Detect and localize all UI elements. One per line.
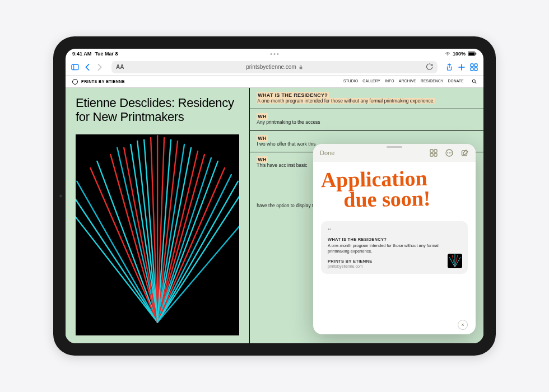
compose-icon[interactable] bbox=[461, 149, 469, 157]
article-left-column: Etienne Desclides: Residency for New Pri… bbox=[66, 88, 249, 343]
screen: 9:41 AM Tue Mar 8 100% bbox=[66, 49, 483, 343]
faq-body: A one-month program intended for those w… bbox=[257, 98, 435, 104]
clip-title: WHAT IS THE RESIDENCY? bbox=[328, 237, 461, 242]
nav-gallery[interactable]: GALLERY bbox=[362, 79, 380, 84]
svg-rect-5 bbox=[299, 67, 302, 69]
nav-studio[interactable]: STUDIO bbox=[343, 79, 358, 84]
nav-archive[interactable]: ARCHIVE bbox=[399, 79, 416, 84]
faq-section: WH Any printmaking to the access bbox=[250, 109, 483, 130]
status-bar: 9:41 AM Tue Mar 8 100% bbox=[66, 49, 483, 59]
tabs-overview-button[interactable] bbox=[470, 63, 478, 71]
safari-link-icon[interactable] bbox=[458, 320, 468, 330]
handwriting-line-2: due soon! bbox=[343, 188, 468, 210]
article-headline: Etienne Desclides: Residency for New Pri… bbox=[76, 96, 239, 124]
quote-mark-icon: “ bbox=[328, 227, 461, 236]
site-logo-icon[interactable] bbox=[72, 79, 78, 85]
battery-icon bbox=[468, 52, 477, 56]
drag-handle[interactable] bbox=[387, 146, 402, 148]
svg-point-10 bbox=[472, 80, 475, 82]
faq-body: Any printmaking to the access bbox=[257, 119, 477, 125]
search-icon[interactable] bbox=[472, 79, 477, 84]
safari-toolbar: AA printsbyetienne.com bbox=[66, 59, 483, 76]
url-text: printsbyetienne.com bbox=[246, 64, 296, 70]
new-tab-button[interactable] bbox=[458, 63, 466, 71]
quick-note-body[interactable]: Application due soon! “ WHAT IS THE RESI… bbox=[313, 162, 476, 319]
nav-info[interactable]: INFO bbox=[385, 79, 394, 84]
reader-aa-button[interactable]: AA bbox=[116, 64, 124, 70]
svg-rect-2 bbox=[476, 53, 476, 54]
svg-rect-1 bbox=[468, 52, 474, 55]
quick-note-panel[interactable]: Done Application due soon! “ WHAT IS THE bbox=[313, 144, 476, 334]
svg-rect-8 bbox=[471, 68, 473, 71]
webpage-content: PRINTS BY ETIENNE STUDIO GALLERY INFO AR… bbox=[66, 76, 483, 343]
reload-button[interactable] bbox=[426, 63, 433, 71]
clip-thumbnail bbox=[448, 254, 462, 268]
more-icon[interactable] bbox=[445, 149, 453, 157]
status-time: 9:41 AM bbox=[72, 51, 91, 57]
svg-rect-42 bbox=[430, 153, 433, 156]
svg-line-11 bbox=[475, 82, 476, 83]
svg-point-45 bbox=[447, 152, 448, 153]
site-header: PRINTS BY ETIENNE STUDIO GALLERY INFO AR… bbox=[66, 76, 483, 88]
ipad-device-frame: 9:41 AM Tue Mar 8 100% bbox=[53, 36, 496, 356]
svg-point-46 bbox=[449, 152, 450, 153]
svg-rect-6 bbox=[471, 64, 473, 67]
clip-body: A one-month program intended for those w… bbox=[328, 243, 461, 254]
battery-percent: 100% bbox=[453, 51, 466, 57]
clip-domain: printsbyetienne.com bbox=[328, 264, 461, 268]
status-date: Tue Mar 8 bbox=[95, 51, 118, 57]
address-bar[interactable]: AA printsbyetienne.com bbox=[111, 61, 438, 73]
artwork-image bbox=[76, 134, 239, 335]
handwritten-note: Application due soon! bbox=[320, 167, 468, 211]
sidebar-toggle-button[interactable] bbox=[71, 63, 79, 71]
site-nav: STUDIO GALLERY INFO ARCHIVE RESIDENCY DO… bbox=[343, 79, 477, 84]
nav-donate[interactable]: DONATE bbox=[448, 79, 464, 84]
nav-residency[interactable]: RESIDENCY bbox=[421, 79, 444, 84]
svg-rect-41 bbox=[434, 150, 437, 152]
lock-icon bbox=[299, 65, 303, 69]
forward-button[interactable] bbox=[96, 63, 104, 71]
site-logo-text[interactable]: PRINTS BY ETIENNE bbox=[81, 80, 125, 83]
quick-note-toolbar: Done bbox=[313, 144, 476, 162]
gallery-icon[interactable] bbox=[430, 149, 438, 157]
front-camera bbox=[59, 195, 62, 198]
clip-source: PRINTS BY ETIENNE bbox=[328, 259, 461, 264]
quick-note-footer bbox=[313, 319, 476, 334]
back-button[interactable] bbox=[83, 63, 91, 71]
done-button[interactable]: Done bbox=[320, 150, 334, 156]
svg-rect-7 bbox=[474, 64, 477, 67]
link-preview-card[interactable]: “ WHAT IS THE RESIDENCY? A one-month pro… bbox=[321, 221, 468, 274]
svg-rect-43 bbox=[434, 153, 437, 156]
multitask-dots[interactable] bbox=[271, 53, 279, 55]
svg-rect-40 bbox=[430, 150, 433, 152]
svg-rect-3 bbox=[72, 64, 78, 69]
svg-point-47 bbox=[450, 152, 452, 153]
wifi-icon bbox=[445, 52, 450, 56]
svg-rect-9 bbox=[474, 68, 477, 71]
faq-section: WHAT IS THE RESIDENCY? A one-month progr… bbox=[250, 88, 483, 109]
share-button[interactable] bbox=[445, 63, 453, 71]
